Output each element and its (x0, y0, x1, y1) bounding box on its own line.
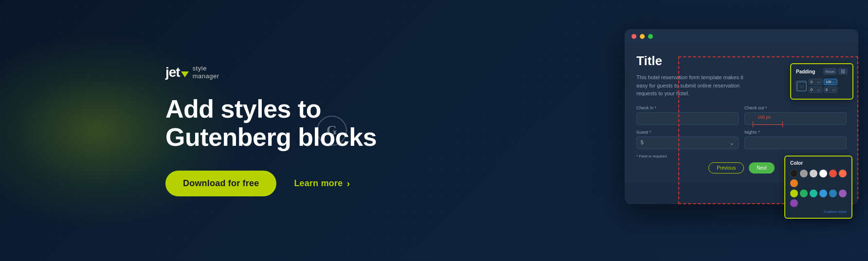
swatch-purple[interactable] (790, 199, 798, 207)
dimension-indicator: 100 px (753, 122, 783, 127)
swatch-white[interactable] (819, 170, 827, 177)
swatch-dark-blue[interactable] (829, 190, 837, 197)
padding-top-input[interactable]: 0 px (809, 79, 822, 85)
color-panel: Color Custom color (784, 156, 852, 219)
form-group-guest: Guest * 5 ⌄ (636, 130, 739, 149)
traffic-light-yellow (640, 34, 645, 39)
color-swatches-row2 (790, 190, 847, 207)
padding-panel: Padding Reset ⛓ 0 px (790, 63, 853, 100)
swatch-teal[interactable] (810, 190, 817, 197)
traffic-light-green (648, 34, 653, 39)
browser-header (625, 29, 858, 44)
padding-reset-button[interactable]: Reset (823, 68, 837, 75)
padding-inputs-row: 0 px 100 px 0 px 0 px (796, 79, 848, 93)
padding-link-button[interactable]: ⛓ (838, 68, 848, 75)
checkout-label: Check out * (744, 105, 847, 110)
guest-label: Guest * (636, 130, 739, 135)
swatch-blue[interactable] (819, 190, 827, 197)
padding-title: Padding (796, 69, 815, 74)
swatch-lightgray[interactable] (810, 170, 817, 177)
previous-button[interactable]: Previous (708, 162, 744, 174)
dimension-line-h (753, 124, 782, 125)
color-panel-title: Color (790, 160, 847, 166)
padding-box-icon (796, 81, 807, 91)
swatch-orange-red[interactable] (839, 170, 847, 177)
form-row-guest-nights: Guest * 5 ⌄ Nights * (636, 130, 847, 149)
logo-jet: jet (165, 66, 189, 79)
padding-header: Padding Reset ⛓ (796, 68, 848, 75)
dimension-label: 100 px (758, 115, 771, 120)
form-row-checkin-checkout: Check in * Check out * (636, 105, 847, 125)
form-group-checkin: Check in * (636, 105, 739, 125)
padding-left-input[interactable]: 0 px (824, 87, 837, 93)
padding-values: 0 px 100 px 0 px 0 px (809, 79, 848, 93)
padding-right-input[interactable]: 100 px (824, 79, 837, 85)
custom-color-link[interactable]: Custom color (790, 209, 847, 214)
right-content: Title This hotel reservation form templa… (625, 29, 858, 204)
form-group-nights: Nights * (744, 130, 847, 149)
padding-bottom-input[interactable]: 0 px (809, 87, 822, 93)
guest-input[interactable]: 5 ⌄ (636, 137, 739, 149)
swatch-green[interactable] (800, 190, 808, 197)
traffic-light-red (632, 34, 636, 39)
logo-arrow-icon (181, 71, 189, 77)
checkin-label: Check in * (636, 105, 739, 110)
logo: jet style manager (165, 65, 380, 80)
guest-cursor-icon: ⌄ (729, 139, 734, 146)
color-swatches-row1 (790, 170, 847, 187)
swatch-red[interactable] (829, 170, 837, 177)
cta-row: Download for free Learn more › (165, 171, 380, 196)
logo-sub: style manager (193, 65, 219, 80)
headline: Add styles to Gutenberg blocks (165, 95, 380, 151)
swatch-green-yellow[interactable] (790, 190, 798, 197)
learn-more-label: Learn more (294, 178, 343, 189)
next-button[interactable]: Next (749, 162, 775, 174)
logo-jet-text: jet (165, 66, 180, 79)
swatch-black[interactable] (790, 170, 798, 177)
nights-input[interactable] (744, 137, 847, 149)
swatch-orange[interactable] (790, 179, 798, 187)
form-description: This hotel reservation form template mak… (636, 73, 743, 98)
swatch-gray[interactable] (800, 170, 808, 177)
svg-rect-4 (799, 84, 804, 89)
checkin-input[interactable] (636, 112, 739, 125)
learn-more-button[interactable]: Learn more › (294, 178, 350, 189)
swatch-light-purple[interactable] (839, 190, 847, 197)
guest-value: 5 (641, 140, 644, 145)
logo-style-text: style (193, 65, 219, 72)
learn-more-arrow: › (346, 178, 350, 189)
dimension-line-right (782, 122, 783, 127)
headline-line2: Gutenberg blocks (165, 123, 380, 151)
download-button[interactable]: Download for free (165, 171, 276, 196)
logo-manager-text: manager (193, 72, 219, 80)
left-content: jet style manager Add styles to Gutenber… (0, 65, 380, 196)
nights-label: Nights * (744, 130, 847, 135)
headline-line1: Add styles to (165, 95, 380, 123)
banner: jet style manager Add styles to Gutenber… (0, 0, 868, 261)
